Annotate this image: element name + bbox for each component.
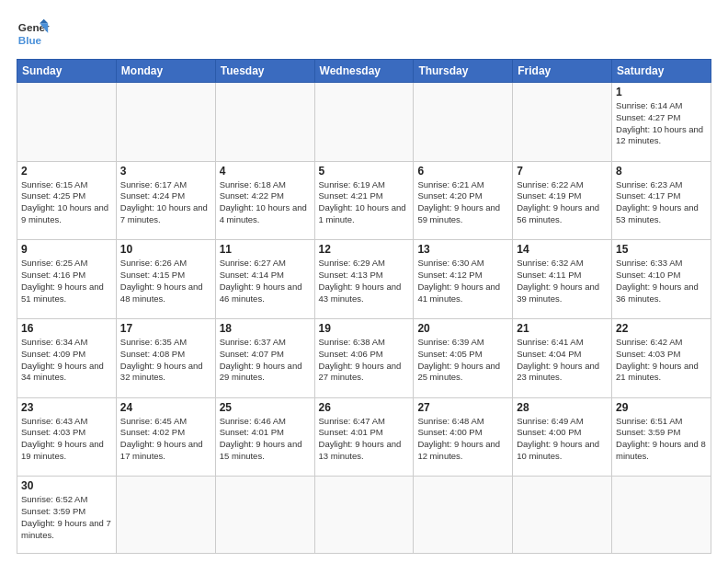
day-number: 29 [616, 401, 707, 414]
day-info: Sunrise: 6:49 AM Sunset: 4:00 PM Dayligh… [517, 416, 608, 463]
day-number: 7 [517, 165, 608, 178]
day-info: Sunrise: 6:15 AM Sunset: 4:25 PM Dayligh… [21, 179, 112, 226]
weekday-header-saturday: Saturday [612, 60, 711, 83]
day-number: 9 [21, 243, 112, 256]
calendar-day-cell [612, 477, 711, 554]
day-info: Sunrise: 6:37 AM Sunset: 4:07 PM Dayligh… [220, 337, 311, 384]
weekday-header-row: SundayMondayTuesdayWednesdayThursdayFrid… [17, 60, 711, 83]
calendar-table: SundayMondayTuesdayWednesdayThursdayFrid… [17, 59, 711, 554]
day-info: Sunrise: 6:43 AM Sunset: 4:03 PM Dayligh… [21, 416, 112, 463]
day-info: Sunrise: 6:25 AM Sunset: 4:16 PM Dayligh… [21, 258, 112, 304]
day-number: 18 [220, 322, 311, 335]
calendar-day-cell [116, 477, 215, 554]
calendar-day-cell: 7Sunrise: 6:22 AM Sunset: 4:19 PM Daylig… [513, 161, 612, 240]
calendar-day-cell: 1Sunrise: 6:14 AM Sunset: 4:27 PM Daylig… [612, 83, 711, 162]
calendar-day-cell [215, 477, 314, 554]
day-number: 3 [120, 165, 211, 178]
calendar-week-row: 1Sunrise: 6:14 AM Sunset: 4:27 PM Daylig… [17, 83, 711, 162]
calendar-day-cell: 19Sunrise: 6:38 AM Sunset: 4:06 PM Dayli… [314, 318, 414, 397]
calendar-day-cell: 18Sunrise: 6:37 AM Sunset: 4:07 PM Dayli… [215, 318, 314, 397]
calendar-day-cell: 4Sunrise: 6:18 AM Sunset: 4:22 PM Daylig… [215, 161, 314, 240]
weekday-header-friday: Friday [513, 60, 612, 83]
calendar-day-cell [17, 83, 117, 162]
calendar-day-cell: 2Sunrise: 6:15 AM Sunset: 4:25 PM Daylig… [17, 161, 117, 240]
calendar-day-cell: 24Sunrise: 6:45 AM Sunset: 4:02 PM Dayli… [116, 397, 215, 477]
day-info: Sunrise: 6:51 AM Sunset: 3:59 PM Dayligh… [616, 416, 707, 463]
weekday-header-sunday: Sunday [17, 60, 117, 83]
day-info: Sunrise: 6:14 AM Sunset: 4:27 PM Dayligh… [616, 100, 707, 147]
calendar-day-cell: 9Sunrise: 6:25 AM Sunset: 4:16 PM Daylig… [17, 240, 117, 319]
day-number: 26 [319, 401, 410, 414]
day-info: Sunrise: 6:38 AM Sunset: 4:06 PM Dayligh… [319, 337, 410, 384]
day-info: Sunrise: 6:47 AM Sunset: 4:01 PM Dayligh… [319, 416, 410, 463]
day-info: Sunrise: 6:46 AM Sunset: 4:01 PM Dayligh… [220, 416, 311, 463]
calendar-day-cell: 14Sunrise: 6:32 AM Sunset: 4:11 PM Dayli… [513, 240, 612, 319]
calendar-day-cell: 8Sunrise: 6:23 AM Sunset: 4:17 PM Daylig… [612, 161, 711, 240]
calendar-day-cell: 3Sunrise: 6:17 AM Sunset: 4:24 PM Daylig… [116, 161, 215, 240]
calendar-day-cell: 6Sunrise: 6:21 AM Sunset: 4:20 PM Daylig… [414, 161, 513, 240]
weekday-header-wednesday: Wednesday [314, 60, 414, 83]
calendar-day-cell: 15Sunrise: 6:33 AM Sunset: 4:10 PM Dayli… [612, 240, 711, 319]
calendar-day-cell: 26Sunrise: 6:47 AM Sunset: 4:01 PM Dayli… [314, 397, 414, 477]
weekday-header-monday: Monday [116, 60, 215, 83]
calendar-day-cell: 30Sunrise: 6:52 AM Sunset: 3:59 PM Dayli… [17, 477, 117, 554]
day-number: 22 [616, 322, 707, 335]
weekday-header-thursday: Thursday [414, 60, 513, 83]
day-number: 6 [417, 165, 508, 178]
calendar-day-cell [314, 477, 414, 554]
calendar-day-cell: 16Sunrise: 6:34 AM Sunset: 4:09 PM Dayli… [17, 318, 117, 397]
calendar-day-cell: 23Sunrise: 6:43 AM Sunset: 4:03 PM Dayli… [17, 397, 117, 477]
day-number: 24 [120, 401, 211, 414]
day-number: 19 [319, 322, 410, 335]
day-number: 20 [417, 322, 508, 335]
calendar-week-row: 9Sunrise: 6:25 AM Sunset: 4:16 PM Daylig… [17, 240, 711, 319]
calendar-day-cell: 25Sunrise: 6:46 AM Sunset: 4:01 PM Dayli… [215, 397, 314, 477]
day-info: Sunrise: 6:21 AM Sunset: 4:20 PM Dayligh… [417, 179, 508, 226]
day-info: Sunrise: 6:22 AM Sunset: 4:19 PM Dayligh… [517, 179, 608, 226]
day-info: Sunrise: 6:35 AM Sunset: 4:08 PM Dayligh… [120, 337, 211, 384]
day-info: Sunrise: 6:19 AM Sunset: 4:21 PM Dayligh… [319, 179, 410, 226]
day-number: 12 [319, 243, 410, 256]
day-number: 23 [21, 401, 112, 414]
calendar-day-cell [513, 83, 612, 162]
day-number: 14 [517, 243, 608, 256]
calendar-day-cell: 20Sunrise: 6:39 AM Sunset: 4:05 PM Dayli… [414, 318, 513, 397]
day-info: Sunrise: 6:34 AM Sunset: 4:09 PM Dayligh… [21, 337, 112, 384]
day-info: Sunrise: 6:39 AM Sunset: 4:05 PM Dayligh… [417, 337, 508, 384]
day-number: 15 [616, 243, 707, 256]
calendar-day-cell [513, 477, 612, 554]
calendar-day-cell: 21Sunrise: 6:41 AM Sunset: 4:04 PM Dayli… [513, 318, 612, 397]
day-info: Sunrise: 6:52 AM Sunset: 3:59 PM Dayligh… [21, 494, 112, 541]
day-number: 8 [616, 165, 707, 178]
day-info: Sunrise: 6:26 AM Sunset: 4:15 PM Dayligh… [120, 258, 211, 304]
day-number: 28 [517, 401, 608, 414]
day-number: 2 [21, 165, 112, 178]
calendar-day-cell: 11Sunrise: 6:27 AM Sunset: 4:14 PM Dayli… [215, 240, 314, 319]
day-number: 30 [21, 479, 112, 492]
day-info: Sunrise: 6:27 AM Sunset: 4:14 PM Dayligh… [220, 258, 311, 304]
calendar-day-cell: 22Sunrise: 6:42 AM Sunset: 4:03 PM Dayli… [612, 318, 711, 397]
day-number: 10 [120, 243, 211, 256]
calendar-week-row: 23Sunrise: 6:43 AM Sunset: 4:03 PM Dayli… [17, 397, 711, 477]
day-info: Sunrise: 6:18 AM Sunset: 4:22 PM Dayligh… [220, 179, 311, 226]
day-info: Sunrise: 6:29 AM Sunset: 4:13 PM Dayligh… [319, 258, 410, 304]
calendar-day-cell: 29Sunrise: 6:51 AM Sunset: 3:59 PM Dayli… [612, 397, 711, 477]
calendar-week-row: 16Sunrise: 6:34 AM Sunset: 4:09 PM Dayli… [17, 318, 711, 397]
page: General Blue SundayMondayTuesdayWednesda… [0, 0, 728, 563]
day-number: 11 [220, 243, 311, 256]
calendar-day-cell [314, 83, 414, 162]
calendar-week-row: 30Sunrise: 6:52 AM Sunset: 3:59 PM Dayli… [17, 477, 711, 554]
calendar-day-cell [215, 83, 314, 162]
day-info: Sunrise: 6:30 AM Sunset: 4:12 PM Dayligh… [417, 258, 508, 304]
calendar-day-cell: 17Sunrise: 6:35 AM Sunset: 4:08 PM Dayli… [116, 318, 215, 397]
day-info: Sunrise: 6:32 AM Sunset: 4:11 PM Dayligh… [517, 258, 608, 304]
day-info: Sunrise: 6:48 AM Sunset: 4:00 PM Dayligh… [417, 416, 508, 463]
day-info: Sunrise: 6:33 AM Sunset: 4:10 PM Dayligh… [616, 258, 707, 304]
day-number: 17 [120, 322, 211, 335]
weekday-header-tuesday: Tuesday [215, 60, 314, 83]
calendar-week-row: 2Sunrise: 6:15 AM Sunset: 4:25 PM Daylig… [17, 161, 711, 240]
day-number: 1 [616, 86, 707, 98]
calendar-day-cell: 13Sunrise: 6:30 AM Sunset: 4:12 PM Dayli… [414, 240, 513, 319]
day-info: Sunrise: 6:41 AM Sunset: 4:04 PM Dayligh… [517, 337, 608, 384]
day-number: 27 [417, 401, 508, 414]
